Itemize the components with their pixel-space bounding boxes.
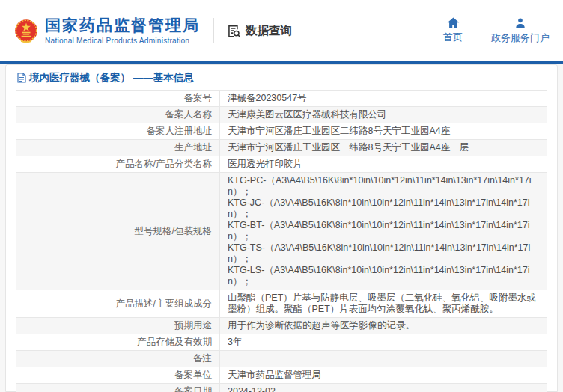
nav-item-portal[interactable]: 政务服务门户 [491,17,550,45]
table-row: 产品描述/主要组成成分 由聚酯（PET）片基与防静电层、吸墨层（二氧化硅、氧化铝… [16,290,547,318]
row-value: 用于作为诊断依据的超声等医学影像的记录。 [220,318,547,334]
row-label: 备案人注册地址 [16,123,220,140]
table-row: 生产地址 天津市宁河区潘庄工业园区二纬路8号天宁工业园A4座一层 [16,140,547,156]
table-row: 备案号 津械备20230547号 [16,91,547,107]
info-table: 备案号 津械备20230547号 备案人名称 天津康美图云医医疗器械科技有限公司… [16,90,547,392]
row-label: 备案日期 [16,384,220,392]
national-emblem-icon [13,17,39,44]
row-value: 津械备20230547号 [220,91,547,107]
row-label: 备注 [16,351,220,367]
row-label: 产品存储及有效期 [16,334,220,351]
nav-item-label: 政务服务门户 [491,31,550,45]
row-value: 天津康美图云医医疗器械科技有限公司 [220,107,547,123]
org-title: 国家药品监督管理局 [45,16,200,34]
page-title: 境内医疗器械（备案） ——基本信息 [29,71,194,85]
table-row: 备案人名称 天津康美图云医医疗器械科技有限公司 [16,107,547,123]
logo-block[interactable]: 国家药品监督管理局 National Medical Products Admi… [13,16,200,44]
nav-item-label: 首页 [443,31,463,44]
row-value: 2024-12-02 [220,384,547,392]
top-nav: 首页 政务服务门户 [443,17,550,45]
clipboard-search-icon [226,23,242,39]
header: 国家药品监督管理局 National Medical Products Admi… [0,0,563,61]
row-value: 天津市药品监督管理局 [220,367,547,384]
user-icon [514,17,526,29]
row-value [220,351,547,367]
nav-item-home[interactable]: 首页 [443,17,463,45]
data-query-label: 数据查询 [246,23,292,39]
home-icon [447,17,460,28]
table-row: 备案单位 天津市药品监督管理局 [16,367,547,384]
row-value: 3年 [220,334,547,351]
row-value: KTG-PC-（A3\A4\B5\16K\8in*10in\10in*12in\… [220,173,547,290]
row-label: 备案人名称 [16,107,220,123]
table-row: 产品名称/产品分类名称 医用透光打印胶片 [16,156,547,173]
table-row: 备案人注册地址 天津市宁河区潘庄工业园区二纬路8号天宁工业园A4座 [16,123,547,140]
row-value: 由聚酯（PET）片基与防静电层、吸墨层（二氧化硅、氧化铝、吸附墨水或墨粉）组成。… [220,290,547,318]
table-row: 产品存储及有效期 3年 [16,334,547,351]
row-label: 预期用途 [16,318,220,334]
content-panel: 境内医疗器械（备案） ——基本信息 备案号 津械备20230547号 备案人名称… [5,64,558,392]
header-divider [213,18,214,43]
row-label: 备案号 [16,91,220,107]
document-icon [17,73,26,83]
row-label: 生产地址 [16,140,220,156]
data-query-link[interactable]: 数据查询 [226,23,292,39]
table-row: 型号规格/包装规格 KTG-PC-（A3\A4\B5\16K\8in*10in\… [16,173,547,290]
main-area: 境内医疗器械（备案） ——基本信息 备案号 津械备20230547号 备案人名称… [0,64,563,392]
row-label: 型号规格/包装规格 [16,173,220,290]
row-label: 备案单位 [16,367,220,384]
row-label: 产品名称/产品分类名称 [16,156,220,173]
table-row: 备注 [16,351,547,367]
table-row: 备案日期 2024-12-02 [16,384,547,392]
row-label: 产品描述/主要组成成分 [16,290,220,318]
row-value: 医用透光打印胶片 [220,156,547,173]
row-value: 天津市宁河区潘庄工业园区二纬路8号天宁工业园A4座 [220,123,547,140]
breadcrumb: 境内医疗器械（备案） ——基本信息 [16,69,547,90]
row-value: 天津市宁河区潘庄工业园区二纬路8号天宁工业园A4座一层 [220,140,547,156]
table-row: 预期用途 用于作为诊断依据的超声等医学影像的记录。 [16,318,547,334]
org-subtitle: National Medical Products Administration [45,37,200,45]
